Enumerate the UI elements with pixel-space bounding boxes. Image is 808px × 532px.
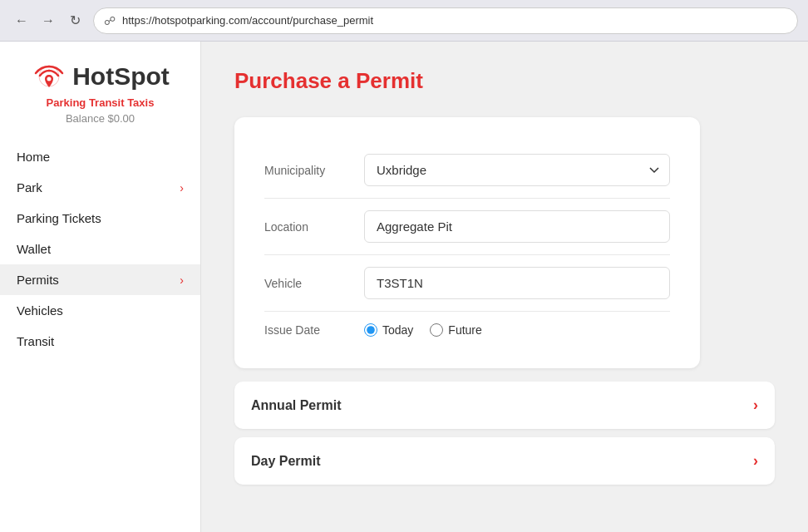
browser-chrome: ← → ↻ ☍ https://hotspotparking.com/accou…	[0, 0, 808, 42]
municipality-row: Municipality Uxbridge	[264, 142, 670, 199]
sidebar-item-home[interactable]: Home	[0, 141, 200, 172]
sidebar-item-wallet-label: Wallet	[17, 242, 51, 256]
annual-permit-label: Annual Permit	[251, 398, 341, 413]
vehicle-input[interactable]	[364, 267, 670, 299]
sidebar-item-transit-label: Transit	[17, 334, 54, 348]
svg-point-0	[47, 77, 52, 81]
reload-button[interactable]: ↻	[63, 9, 86, 32]
today-radio-text: Today	[382, 323, 413, 337]
municipality-select[interactable]: Uxbridge	[364, 154, 670, 186]
annual-permit-chevron-icon: ›	[753, 397, 758, 414]
hotspot-logo-icon	[31, 58, 67, 95]
issue-date-control: Today Future	[364, 323, 670, 337]
sidebar-item-park[interactable]: Park ›	[0, 172, 200, 203]
annual-permit-option[interactable]: Annual Permit ›	[234, 382, 775, 429]
brand-name: HotSpot	[72, 64, 170, 89]
permit-options: Annual Permit › Day Permit ›	[234, 382, 775, 485]
vehicle-label: Vehicle	[264, 277, 364, 290]
back-button[interactable]: ←	[10, 9, 33, 32]
url-text: https://hotspotparking.com/account/purch…	[122, 14, 373, 27]
location-row: Location	[264, 199, 670, 255]
brand-subtext: Parking Transit Taxis	[47, 96, 155, 109]
app-container: HotSpot Parking Transit Taxis Balance $0…	[0, 42, 808, 532]
address-bar[interactable]: ☍ https://hotspotparking.com/account/pur…	[93, 7, 798, 34]
future-radio-label[interactable]: Future	[430, 323, 481, 337]
sidebar-item-permits[interactable]: Permits ›	[0, 264, 200, 295]
day-permit-label: Day Permit	[251, 454, 321, 469]
today-radio-label[interactable]: Today	[364, 323, 413, 337]
sidebar-item-vehicles-label: Vehicles	[17, 303, 63, 318]
sidebar-item-home-label: Home	[17, 150, 50, 164]
sidebar-item-vehicles[interactable]: Vehicles	[0, 295, 200, 326]
sidebar-item-park-label: Park	[17, 180, 42, 195]
issue-date-row: Issue Date Today Future	[264, 312, 670, 348]
today-radio[interactable]	[364, 323, 377, 337]
page-title: Purchase a Permit	[234, 68, 775, 94]
location-input[interactable]	[364, 210, 670, 243]
day-permit-option[interactable]: Day Permit ›	[234, 437, 775, 485]
sidebar: HotSpot Parking Transit Taxis Balance $0…	[0, 42, 201, 532]
browser-nav: ← → ↻	[10, 9, 86, 32]
main-content: Purchase a Permit Municipality Uxbridge …	[201, 42, 808, 532]
sidebar-logo: HotSpot Parking Transit Taxis Balance $0…	[0, 42, 200, 135]
location-label: Location	[264, 220, 364, 234]
issue-date-radio-group: Today Future	[364, 323, 670, 337]
forward-button[interactable]: →	[37, 9, 60, 32]
day-permit-chevron-icon: ›	[753, 452, 758, 470]
logo-row: HotSpot	[31, 58, 170, 95]
park-chevron-icon: ›	[180, 181, 184, 195]
municipality-label: Municipality	[264, 164, 364, 177]
site-info-icon: ☍	[104, 14, 116, 27]
municipality-control: Uxbridge	[364, 154, 670, 186]
permits-chevron-icon: ›	[180, 273, 184, 287]
sidebar-item-parking-tickets[interactable]: Parking Tickets	[0, 203, 200, 234]
sidebar-item-wallet[interactable]: Wallet	[0, 234, 200, 264]
purchase-permit-form-card: Municipality Uxbridge Location Vehicle	[234, 117, 700, 368]
vehicle-row: Vehicle	[264, 255, 670, 312]
balance-display: Balance $0.00	[66, 112, 135, 125]
vehicle-control	[364, 267, 670, 299]
sidebar-item-parking-tickets-label: Parking Tickets	[17, 211, 101, 225]
future-radio[interactable]	[430, 323, 443, 337]
location-control	[364, 210, 670, 243]
sidebar-item-transit[interactable]: Transit	[0, 326, 200, 357]
sidebar-navigation: Home Park › Parking Tickets Wallet Permi…	[0, 141, 200, 357]
sidebar-item-permits-label: Permits	[17, 273, 59, 287]
issue-date-label: Issue Date	[264, 323, 364, 337]
future-radio-text: Future	[448, 323, 481, 337]
